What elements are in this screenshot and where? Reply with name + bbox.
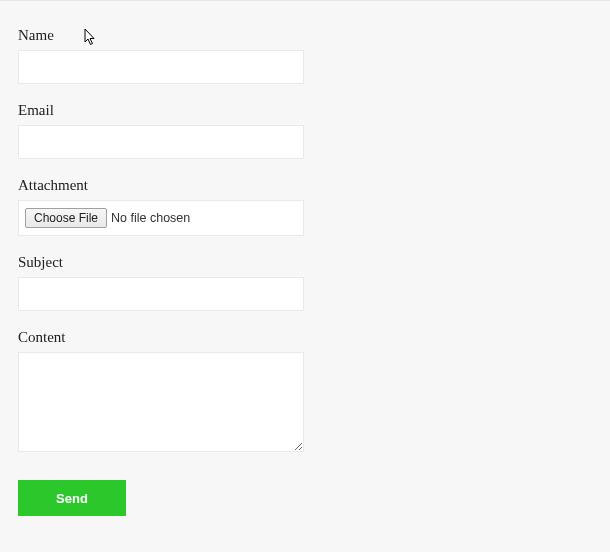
email-field-group: Email [18, 102, 302, 159]
attachment-field-group: Attachment Choose File No file chosen [18, 177, 302, 236]
attachment-input-wrapper[interactable]: Choose File No file chosen [18, 200, 304, 236]
subject-field-group: Subject [18, 254, 302, 311]
email-label: Email [18, 102, 302, 119]
send-button[interactable]: Send [18, 480, 126, 516]
content-field-group: Content [18, 329, 302, 456]
contact-form: Name Email Attachment Choose File No fil… [0, 1, 320, 534]
subject-input[interactable] [18, 277, 304, 311]
name-label: Name [18, 27, 302, 44]
content-textarea[interactable] [18, 352, 304, 452]
choose-file-button[interactable]: Choose File [25, 208, 107, 228]
attachment-label: Attachment [18, 177, 302, 194]
subject-label: Subject [18, 254, 302, 271]
email-input[interactable] [18, 125, 304, 159]
content-label: Content [18, 329, 302, 346]
file-status-text: No file chosen [111, 211, 190, 225]
name-field-group: Name [18, 27, 302, 84]
name-input[interactable] [18, 50, 304, 84]
